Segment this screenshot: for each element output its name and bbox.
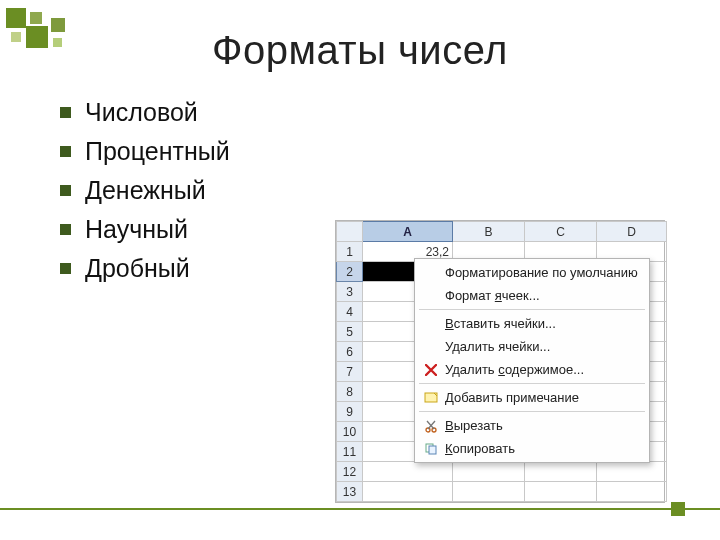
bullet-text: Дробный bbox=[85, 254, 190, 283]
column-header[interactable]: C bbox=[525, 222, 597, 242]
corner-cell[interactable] bbox=[337, 222, 363, 242]
menu-item-delete-cells[interactable]: Удалить ячейки... bbox=[415, 335, 649, 358]
context-menu: Форматирование по умолчанию Формат ячеек… bbox=[414, 258, 650, 463]
row-header[interactable]: 5 bbox=[337, 322, 363, 342]
row-header[interactable]: 2 bbox=[337, 262, 363, 282]
menu-item-label: Форматирование по умолчанию bbox=[445, 265, 638, 280]
column-header-row: A B C D bbox=[337, 222, 667, 242]
menu-item-label: Удалить содержимое... bbox=[445, 362, 584, 377]
blank-icon bbox=[421, 288, 441, 304]
list-item: Денежный bbox=[60, 176, 720, 205]
svg-rect-4 bbox=[429, 446, 436, 454]
menu-separator bbox=[419, 383, 645, 384]
slide-decoration bbox=[6, 8, 146, 63]
row-header[interactable]: 12 bbox=[337, 462, 363, 482]
list-item: Числовой bbox=[60, 98, 720, 127]
blank-icon bbox=[421, 339, 441, 355]
menu-item-add-comment[interactable]: Добавить примечание bbox=[415, 386, 649, 409]
bullet-marker-icon bbox=[60, 107, 71, 118]
menu-item-delete-contents[interactable]: Удалить содержимое... bbox=[415, 358, 649, 381]
menu-item-label: Формат ячеек... bbox=[445, 288, 540, 303]
row-header[interactable]: 13 bbox=[337, 482, 363, 502]
cut-icon bbox=[421, 418, 441, 434]
bullet-text: Процентный bbox=[85, 137, 230, 166]
column-header[interactable]: D bbox=[597, 222, 667, 242]
bullet-text: Числовой bbox=[85, 98, 198, 127]
row-header[interactable]: 4 bbox=[337, 302, 363, 322]
row-header[interactable]: 6 bbox=[337, 342, 363, 362]
blank-icon bbox=[421, 265, 441, 281]
menu-item-copy[interactable]: Копировать bbox=[415, 437, 649, 460]
row-header[interactable]: 7 bbox=[337, 362, 363, 382]
bullet-marker-icon bbox=[60, 146, 71, 157]
row-header[interactable]: 1 bbox=[337, 242, 363, 262]
row-header[interactable]: 10 bbox=[337, 422, 363, 442]
menu-item-label: Удалить ячейки... bbox=[445, 339, 550, 354]
menu-item-default-format[interactable]: Форматирование по умолчанию bbox=[415, 261, 649, 284]
bullet-text: Научный bbox=[85, 215, 188, 244]
column-header[interactable]: B bbox=[453, 222, 525, 242]
list-item: Процентный bbox=[60, 137, 720, 166]
bullet-marker-icon bbox=[60, 224, 71, 235]
bullet-marker-icon bbox=[60, 185, 71, 196]
row-header[interactable]: 8 bbox=[337, 382, 363, 402]
bullet-marker-icon bbox=[60, 263, 71, 274]
menu-separator bbox=[419, 309, 645, 310]
row-header[interactable]: 3 bbox=[337, 282, 363, 302]
footer-divider bbox=[0, 508, 720, 510]
menu-item-cut[interactable]: Вырезать bbox=[415, 414, 649, 437]
menu-item-label: Копировать bbox=[445, 441, 515, 456]
footer-square-icon bbox=[671, 502, 685, 516]
note-icon bbox=[421, 390, 441, 406]
column-header[interactable]: A bbox=[363, 222, 453, 242]
copy-icon bbox=[421, 441, 441, 457]
menu-item-label: Вставить ячейки... bbox=[445, 316, 556, 331]
menu-item-insert-cells[interactable]: Вставить ячейки... bbox=[415, 312, 649, 335]
menu-item-label: Добавить примечание bbox=[445, 390, 579, 405]
menu-item-format-cells[interactable]: Формат ячеек... bbox=[415, 284, 649, 307]
row-header[interactable]: 9 bbox=[337, 402, 363, 422]
blank-icon bbox=[421, 316, 441, 332]
x-red-icon bbox=[421, 362, 441, 378]
menu-separator bbox=[419, 411, 645, 412]
menu-item-label: Вырезать bbox=[445, 418, 503, 433]
bullet-text: Денежный bbox=[85, 176, 206, 205]
row-header[interactable]: 11 bbox=[337, 442, 363, 462]
